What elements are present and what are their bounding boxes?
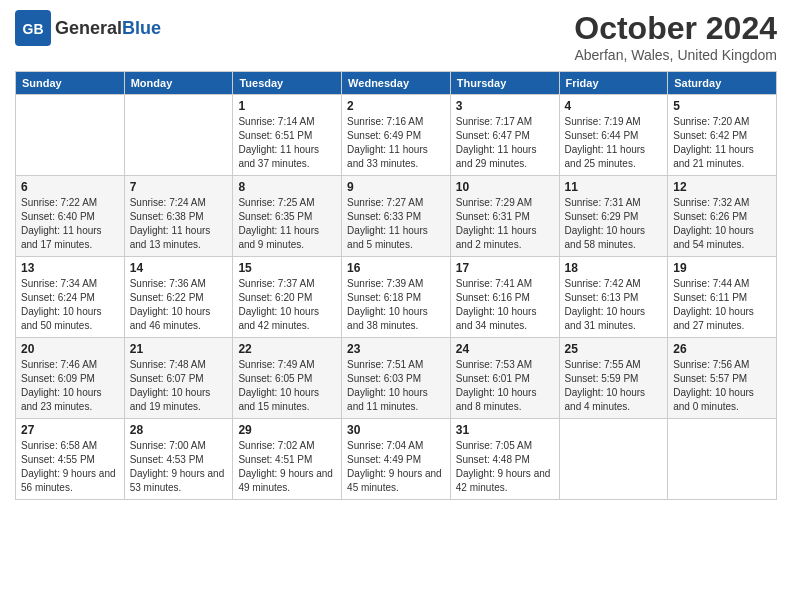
day-info: Sunrise: 7:53 AM Sunset: 6:01 PM Dayligh… xyxy=(456,358,554,414)
location-subtitle: Aberfan, Wales, United Kingdom xyxy=(574,47,777,63)
day-cell-4: 4Sunrise: 7:19 AM Sunset: 6:44 PM Daylig… xyxy=(559,95,668,176)
day-number: 17 xyxy=(456,261,554,275)
day-info: Sunrise: 7:51 AM Sunset: 6:03 PM Dayligh… xyxy=(347,358,445,414)
title-block: October 2024 Aberfan, Wales, United King… xyxy=(574,10,777,63)
day-cell-10: 10Sunrise: 7:29 AM Sunset: 6:31 PM Dayli… xyxy=(450,176,559,257)
logo-text: GeneralBlue xyxy=(55,18,161,39)
day-cell-16: 16Sunrise: 7:39 AM Sunset: 6:18 PM Dayli… xyxy=(342,257,451,338)
day-info: Sunrise: 7:00 AM Sunset: 4:53 PM Dayligh… xyxy=(130,439,228,495)
week-row-3: 13Sunrise: 7:34 AM Sunset: 6:24 PM Dayli… xyxy=(16,257,777,338)
day-cell-1: 1Sunrise: 7:14 AM Sunset: 6:51 PM Daylig… xyxy=(233,95,342,176)
month-title: October 2024 xyxy=(574,10,777,47)
day-info: Sunrise: 7:20 AM Sunset: 6:42 PM Dayligh… xyxy=(673,115,771,171)
weekday-header-wednesday: Wednesday xyxy=(342,72,451,95)
weekday-header-sunday: Sunday xyxy=(16,72,125,95)
day-number: 19 xyxy=(673,261,771,275)
day-info: Sunrise: 7:39 AM Sunset: 6:18 PM Dayligh… xyxy=(347,277,445,333)
weekday-header-row: SundayMondayTuesdayWednesdayThursdayFrid… xyxy=(16,72,777,95)
calendar-table: SundayMondayTuesdayWednesdayThursdayFrid… xyxy=(15,71,777,500)
day-cell-22: 22Sunrise: 7:49 AM Sunset: 6:05 PM Dayli… xyxy=(233,338,342,419)
day-info: Sunrise: 7:41 AM Sunset: 6:16 PM Dayligh… xyxy=(456,277,554,333)
day-info: Sunrise: 7:14 AM Sunset: 6:51 PM Dayligh… xyxy=(238,115,336,171)
day-cell-19: 19Sunrise: 7:44 AM Sunset: 6:11 PM Dayli… xyxy=(668,257,777,338)
day-cell-27: 27Sunrise: 6:58 AM Sunset: 4:55 PM Dayli… xyxy=(16,419,125,500)
day-info: Sunrise: 7:29 AM Sunset: 6:31 PM Dayligh… xyxy=(456,196,554,252)
calendar-body: 1Sunrise: 7:14 AM Sunset: 6:51 PM Daylig… xyxy=(16,95,777,500)
day-number: 3 xyxy=(456,99,554,113)
day-number: 9 xyxy=(347,180,445,194)
day-number: 23 xyxy=(347,342,445,356)
day-cell-8: 8Sunrise: 7:25 AM Sunset: 6:35 PM Daylig… xyxy=(233,176,342,257)
week-row-1: 1Sunrise: 7:14 AM Sunset: 6:51 PM Daylig… xyxy=(16,95,777,176)
day-number: 27 xyxy=(21,423,119,437)
day-info: Sunrise: 7:05 AM Sunset: 4:48 PM Dayligh… xyxy=(456,439,554,495)
day-cell-17: 17Sunrise: 7:41 AM Sunset: 6:16 PM Dayli… xyxy=(450,257,559,338)
day-cell-7: 7Sunrise: 7:24 AM Sunset: 6:38 PM Daylig… xyxy=(124,176,233,257)
day-number: 26 xyxy=(673,342,771,356)
day-cell-12: 12Sunrise: 7:32 AM Sunset: 6:26 PM Dayli… xyxy=(668,176,777,257)
weekday-header-saturday: Saturday xyxy=(668,72,777,95)
day-cell-25: 25Sunrise: 7:55 AM Sunset: 5:59 PM Dayli… xyxy=(559,338,668,419)
day-cell-5: 5Sunrise: 7:20 AM Sunset: 6:42 PM Daylig… xyxy=(668,95,777,176)
day-cell-6: 6Sunrise: 7:22 AM Sunset: 6:40 PM Daylig… xyxy=(16,176,125,257)
day-number: 6 xyxy=(21,180,119,194)
day-info: Sunrise: 7:22 AM Sunset: 6:40 PM Dayligh… xyxy=(21,196,119,252)
empty-cell xyxy=(16,95,125,176)
day-info: Sunrise: 7:19 AM Sunset: 6:44 PM Dayligh… xyxy=(565,115,663,171)
day-number: 1 xyxy=(238,99,336,113)
day-info: Sunrise: 6:58 AM Sunset: 4:55 PM Dayligh… xyxy=(21,439,119,495)
day-cell-23: 23Sunrise: 7:51 AM Sunset: 6:03 PM Dayli… xyxy=(342,338,451,419)
day-cell-13: 13Sunrise: 7:34 AM Sunset: 6:24 PM Dayli… xyxy=(16,257,125,338)
day-info: Sunrise: 7:25 AM Sunset: 6:35 PM Dayligh… xyxy=(238,196,336,252)
day-number: 28 xyxy=(130,423,228,437)
week-row-2: 6Sunrise: 7:22 AM Sunset: 6:40 PM Daylig… xyxy=(16,176,777,257)
day-cell-29: 29Sunrise: 7:02 AM Sunset: 4:51 PM Dayli… xyxy=(233,419,342,500)
day-cell-2: 2Sunrise: 7:16 AM Sunset: 6:49 PM Daylig… xyxy=(342,95,451,176)
day-number: 13 xyxy=(21,261,119,275)
day-number: 15 xyxy=(238,261,336,275)
day-cell-31: 31Sunrise: 7:05 AM Sunset: 4:48 PM Dayli… xyxy=(450,419,559,500)
day-number: 12 xyxy=(673,180,771,194)
week-row-5: 27Sunrise: 6:58 AM Sunset: 4:55 PM Dayli… xyxy=(16,419,777,500)
day-info: Sunrise: 7:32 AM Sunset: 6:26 PM Dayligh… xyxy=(673,196,771,252)
day-info: Sunrise: 7:42 AM Sunset: 6:13 PM Dayligh… xyxy=(565,277,663,333)
day-info: Sunrise: 7:04 AM Sunset: 4:49 PM Dayligh… xyxy=(347,439,445,495)
day-info: Sunrise: 7:55 AM Sunset: 5:59 PM Dayligh… xyxy=(565,358,663,414)
day-number: 31 xyxy=(456,423,554,437)
day-cell-30: 30Sunrise: 7:04 AM Sunset: 4:49 PM Dayli… xyxy=(342,419,451,500)
empty-cell xyxy=(559,419,668,500)
weekday-header-monday: Monday xyxy=(124,72,233,95)
logo-icon: GB xyxy=(15,10,51,46)
empty-cell xyxy=(668,419,777,500)
day-info: Sunrise: 7:36 AM Sunset: 6:22 PM Dayligh… xyxy=(130,277,228,333)
day-info: Sunrise: 7:27 AM Sunset: 6:33 PM Dayligh… xyxy=(347,196,445,252)
day-cell-20: 20Sunrise: 7:46 AM Sunset: 6:09 PM Dayli… xyxy=(16,338,125,419)
empty-cell xyxy=(124,95,233,176)
day-number: 16 xyxy=(347,261,445,275)
day-number: 5 xyxy=(673,99,771,113)
day-info: Sunrise: 7:17 AM Sunset: 6:47 PM Dayligh… xyxy=(456,115,554,171)
day-info: Sunrise: 7:34 AM Sunset: 6:24 PM Dayligh… xyxy=(21,277,119,333)
day-number: 22 xyxy=(238,342,336,356)
day-number: 14 xyxy=(130,261,228,275)
weekday-header-friday: Friday xyxy=(559,72,668,95)
day-info: Sunrise: 7:24 AM Sunset: 6:38 PM Dayligh… xyxy=(130,196,228,252)
day-info: Sunrise: 7:16 AM Sunset: 6:49 PM Dayligh… xyxy=(347,115,445,171)
weekday-header-thursday: Thursday xyxy=(450,72,559,95)
day-cell-15: 15Sunrise: 7:37 AM Sunset: 6:20 PM Dayli… xyxy=(233,257,342,338)
day-info: Sunrise: 7:56 AM Sunset: 5:57 PM Dayligh… xyxy=(673,358,771,414)
day-number: 18 xyxy=(565,261,663,275)
day-info: Sunrise: 7:48 AM Sunset: 6:07 PM Dayligh… xyxy=(130,358,228,414)
day-number: 2 xyxy=(347,99,445,113)
day-cell-18: 18Sunrise: 7:42 AM Sunset: 6:13 PM Dayli… xyxy=(559,257,668,338)
day-number: 4 xyxy=(565,99,663,113)
day-info: Sunrise: 7:31 AM Sunset: 6:29 PM Dayligh… xyxy=(565,196,663,252)
day-info: Sunrise: 7:46 AM Sunset: 6:09 PM Dayligh… xyxy=(21,358,119,414)
day-cell-28: 28Sunrise: 7:00 AM Sunset: 4:53 PM Dayli… xyxy=(124,419,233,500)
day-number: 11 xyxy=(565,180,663,194)
day-number: 30 xyxy=(347,423,445,437)
day-number: 10 xyxy=(456,180,554,194)
weekday-header-tuesday: Tuesday xyxy=(233,72,342,95)
day-info: Sunrise: 7:02 AM Sunset: 4:51 PM Dayligh… xyxy=(238,439,336,495)
logo: GB GeneralBlue xyxy=(15,10,161,46)
